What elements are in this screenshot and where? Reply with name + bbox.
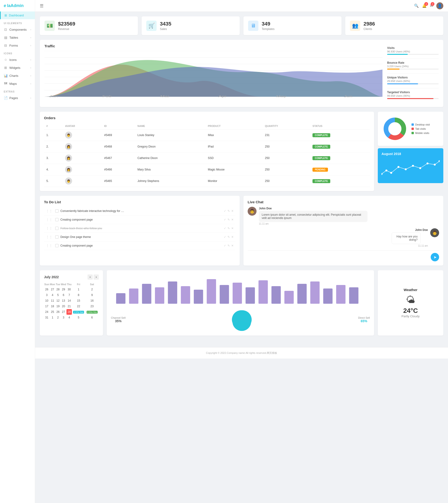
cal-day[interactable]: 17	[44, 304, 50, 309]
check-icon[interactable]: ✓	[224, 235, 226, 239]
avatar: 👨	[65, 178, 72, 184]
todo-checkbox[interactable]	[55, 209, 59, 213]
cal-day[interactable]: 5	[55, 292, 60, 298]
cal-day[interactable]: 1	[50, 315, 56, 320]
maps-label: Maps	[9, 82, 17, 85]
todo-checkbox[interactable]	[55, 218, 59, 221]
cal-day[interactable]: 1:57p Sas	[72, 309, 85, 315]
sidebar-item-charts[interactable]: 📊 Charts ›	[0, 72, 35, 80]
mail-icon[interactable]: ✉ 2	[430, 3, 433, 8]
forms-label: Forms	[9, 44, 18, 47]
cal-day[interactable]: 7	[66, 292, 72, 298]
delete-icon[interactable]: ✕	[231, 209, 234, 213]
user-avatar[interactable]: 👤	[436, 2, 443, 9]
cal-day[interactable]: 8	[72, 292, 85, 298]
cal-day[interactable]: 18	[50, 304, 56, 309]
edit-icon[interactable]: ✎	[227, 235, 230, 239]
sidebar-item-pages[interactable]: 📄 Pages ›	[0, 94, 35, 102]
cal-day[interactable]: 2	[85, 287, 99, 292]
avatar: 👩	[65, 166, 72, 173]
todo-checkbox[interactable]	[55, 244, 59, 247]
calendar-prev-button[interactable]: ‹	[88, 275, 93, 280]
revenue-value: $23569	[58, 21, 75, 27]
cal-day[interactable]: 1	[72, 287, 85, 292]
cal-day[interactable]: 6	[60, 292, 66, 298]
sidebar-item-forms[interactable]: ⊟ Forms ›	[0, 41, 35, 49]
cal-day[interactable]: 2	[55, 315, 60, 320]
chat-time: 11.11 am	[259, 223, 395, 225]
cal-day[interactable]: 14	[66, 298, 72, 304]
todo-checkbox[interactable]	[55, 235, 59, 239]
calendar-nav: ‹ ›	[88, 275, 99, 280]
cal-day[interactable]: 3	[60, 315, 66, 320]
check-icon[interactable]: ✓	[224, 227, 226, 230]
sidebar-item-maps[interactable]: 🗺 Maps ›	[0, 80, 35, 88]
orders-table: # AVATAR ID NAME PRODUCT QUANTITY STATUS…	[44, 123, 370, 187]
delete-icon[interactable]: ✕	[231, 218, 234, 221]
delete-icon[interactable]: ✕	[231, 227, 234, 230]
delete-icon[interactable]: ✕	[231, 244, 234, 247]
sidebar-item-dashboard[interactable]: ⊞ Dashboard	[0, 12, 35, 19]
cal-day[interactable]: 30	[66, 287, 72, 292]
cal-day[interactable]: 6	[85, 315, 99, 320]
cal-day[interactable]: 5	[72, 315, 85, 320]
cal-day[interactable]: 27	[50, 287, 56, 292]
chat-send-button[interactable]: ➤	[431, 253, 439, 261]
cal-day[interactable]: 24	[44, 309, 50, 315]
edit-icon[interactable]: ✎	[227, 209, 230, 213]
cal-day[interactable]: 20	[60, 304, 66, 309]
cal-day[interactable]: 11	[50, 298, 56, 304]
svg-rect-33	[181, 286, 190, 304]
calendar-grid: Sun Mon Tue Wed Thu Fri Sat 26 27	[44, 282, 99, 320]
cal-day[interactable]: 28	[66, 309, 72, 315]
cal-day[interactable]: 16	[85, 298, 99, 304]
todo-text: Creating component page	[60, 218, 222, 221]
drag-icon: ⋮⋮	[46, 227, 52, 230]
cal-day[interactable]: 4	[66, 315, 72, 320]
cal-day[interactable]: 28	[55, 287, 60, 292]
cal-day[interactable]: 19	[55, 304, 60, 309]
cal-day[interactable]: 22	[72, 304, 85, 309]
charts-label: Charts	[9, 74, 18, 78]
revenue-icon: 💵	[45, 21, 55, 31]
templates-label: Templates	[262, 27, 274, 31]
check-icon[interactable]: ✓	[224, 209, 226, 213]
edit-icon[interactable]: ✎	[227, 218, 230, 221]
cal-day[interactable]: 31	[44, 315, 50, 320]
search-icon[interactable]: 🔍	[414, 3, 419, 8]
pie-chart	[230, 308, 254, 331]
check-icon[interactable]: ✓	[224, 218, 226, 221]
calendar-next-button[interactable]: ›	[94, 275, 99, 280]
main-content: ☰ 🔍 🔔 4 ✉ 2 👤 💵 $23569 Revenue	[35, 0, 448, 358]
chevron-right-icon: ›	[31, 44, 31, 47]
edit-icon[interactable]: ✎	[227, 244, 230, 247]
cal-day[interactable]: 4	[50, 292, 56, 298]
sidebar-item-widgets[interactable]: ⊞ Widgets ›	[0, 64, 35, 72]
cal-day[interactable]: 15	[72, 298, 85, 304]
cal-day[interactable]: 3	[44, 292, 50, 298]
sidebar-item-components[interactable]: ⊡ Components ›	[0, 26, 35, 33]
table-row: 4. 👩 #5466 Mary Silva Magic Mouse 250 PE…	[44, 164, 370, 175]
traffic-chart: Jan Feb Mar Apr May Jun	[45, 51, 383, 98]
cal-day[interactable]: 25	[50, 309, 56, 315]
hamburger-icon[interactable]: ☰	[40, 3, 44, 8]
cal-day[interactable]: 10	[44, 298, 50, 304]
cal-day[interactable]: 9:50a Hey	[85, 309, 99, 315]
sidebar-item-icons[interactable]: ☆ Icons ›	[0, 56, 35, 64]
todo-checkbox[interactable]	[55, 227, 59, 230]
check-icon[interactable]: ✓	[224, 244, 226, 247]
cal-day[interactable]: 12	[55, 298, 60, 304]
cal-day[interactable]: 13	[60, 298, 66, 304]
cal-day[interactable]: 21	[66, 304, 72, 309]
notification-icon[interactable]: 🔔 4	[422, 3, 427, 8]
edit-icon[interactable]: ✎	[227, 227, 230, 230]
sidebar-item-tables[interactable]: ▤ Tables ›	[0, 33, 35, 41]
cal-day[interactable]: 26	[55, 309, 60, 315]
cal-day[interactable]: 27	[60, 309, 66, 315]
weather-desc: Partly Cloudy	[401, 314, 419, 318]
delete-icon[interactable]: ✕	[231, 235, 234, 239]
cal-day[interactable]: 9	[85, 292, 99, 298]
cal-day[interactable]: 26	[44, 287, 50, 292]
cal-day[interactable]: 29	[60, 287, 66, 292]
cal-day[interactable]: 23	[85, 304, 99, 309]
